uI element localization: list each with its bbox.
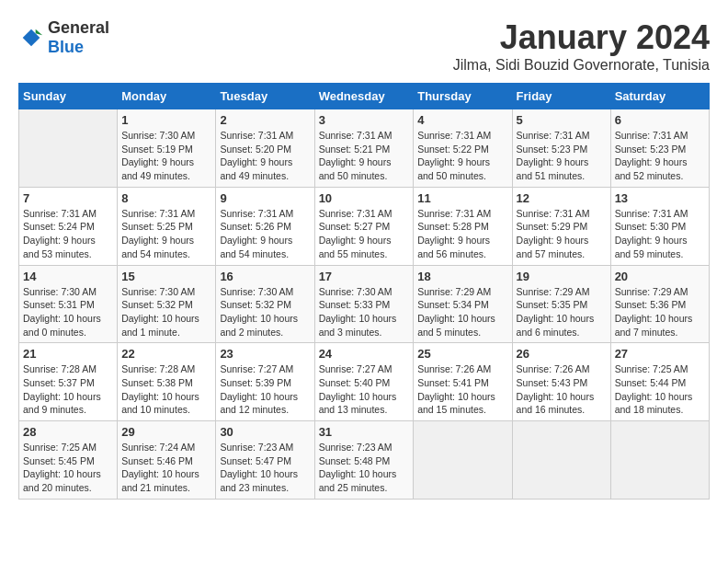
day-number: 14 [23,270,113,283]
calendar-cell: 2Sunrise: 7:31 AMSunset: 5:20 PMDaylight… [216,109,314,188]
calendar-cell: 6Sunrise: 7:31 AMSunset: 5:23 PMDaylight… [610,109,709,188]
calendar-week-row: 1Sunrise: 7:30 AMSunset: 5:19 PMDaylight… [19,109,710,188]
day-info: Sunrise: 7:26 AMSunset: 5:41 PMDaylight:… [417,362,507,417]
calendar-cell: 4Sunrise: 7:31 AMSunset: 5:22 PMDaylight… [414,109,512,188]
day-number: 1 [121,113,211,127]
calendar-week-row: 21Sunrise: 7:28 AMSunset: 5:37 PMDayligh… [19,343,710,421]
day-number: 28 [23,425,113,439]
day-info: Sunrise: 7:28 AMSunset: 5:38 PMDaylight:… [121,362,211,417]
day-of-week-header: Tuesday [216,84,314,109]
day-number: 8 [121,191,211,205]
day-info: Sunrise: 7:31 AMSunset: 5:20 PMDaylight:… [220,129,310,183]
day-of-week-header: Thursday [414,84,512,109]
day-info: Sunrise: 7:31 AMSunset: 5:28 PMDaylight:… [417,207,507,261]
day-of-week-header: Monday [118,84,216,109]
calendar-cell: 22Sunrise: 7:28 AMSunset: 5:38 PMDayligh… [118,343,216,421]
calendar-cell: 10Sunrise: 7:31 AMSunset: 5:27 PMDayligh… [314,187,414,265]
calendar-cell: 1Sunrise: 7:30 AMSunset: 5:19 PMDaylight… [118,109,216,188]
day-number: 12 [517,191,607,205]
day-info: Sunrise: 7:31 AMSunset: 5:21 PMDaylight:… [319,129,410,183]
day-of-week-header: Saturday [610,84,709,109]
day-info: Sunrise: 7:30 AMSunset: 5:33 PMDaylight:… [319,285,410,339]
calendar-cell: 30Sunrise: 7:23 AMSunset: 5:47 PMDayligh… [216,421,314,500]
calendar-cell: 25Sunrise: 7:26 AMSunset: 5:41 PMDayligh… [414,343,512,421]
calendar-cell [512,421,610,500]
calendar-cell: 7Sunrise: 7:31 AMSunset: 5:24 PMDaylight… [19,187,118,265]
calendar-cell: 23Sunrise: 7:27 AMSunset: 5:39 PMDayligh… [216,343,314,421]
day-number: 23 [220,347,310,361]
day-info: Sunrise: 7:29 AMSunset: 5:34 PMDaylight:… [417,285,507,339]
calendar-cell: 3Sunrise: 7:31 AMSunset: 5:21 PMDaylight… [314,109,414,188]
day-number: 29 [121,425,211,439]
day-info: Sunrise: 7:31 AMSunset: 5:23 PMDaylight:… [517,129,607,183]
day-number: 2 [220,113,310,127]
calendar-cell: 28Sunrise: 7:25 AMSunset: 5:45 PMDayligh… [19,421,118,500]
day-number: 9 [220,191,310,205]
day-info: Sunrise: 7:31 AMSunset: 5:23 PMDaylight:… [615,129,705,183]
day-info: Sunrise: 7:31 AMSunset: 5:26 PMDaylight:… [220,207,310,261]
logo-icon [18,25,44,51]
day-number: 6 [615,113,705,127]
day-number: 25 [417,347,507,361]
calendar-cell: 17Sunrise: 7:30 AMSunset: 5:33 PMDayligh… [314,265,414,343]
calendar-cell: 19Sunrise: 7:29 AMSunset: 5:35 PMDayligh… [512,265,610,343]
day-number: 17 [319,270,410,283]
day-info: Sunrise: 7:28 AMSunset: 5:37 PMDaylight:… [23,362,113,417]
day-info: Sunrise: 7:30 AMSunset: 5:32 PMDaylight:… [121,285,211,339]
calendar-cell: 31Sunrise: 7:23 AMSunset: 5:48 PMDayligh… [314,421,414,500]
day-info: Sunrise: 7:31 AMSunset: 5:29 PMDaylight:… [517,207,607,261]
day-number: 15 [121,270,211,283]
calendar-cell: 21Sunrise: 7:28 AMSunset: 5:37 PMDayligh… [19,343,118,421]
day-info: Sunrise: 7:31 AMSunset: 5:27 PMDaylight:… [319,207,410,261]
day-number: 13 [615,191,705,205]
day-info: Sunrise: 7:31 AMSunset: 5:25 PMDaylight:… [121,207,211,261]
day-info: Sunrise: 7:24 AMSunset: 5:46 PMDaylight:… [121,441,211,495]
calendar-cell: 8Sunrise: 7:31 AMSunset: 5:25 PMDaylight… [118,187,216,265]
calendar-cell: 11Sunrise: 7:31 AMSunset: 5:28 PMDayligh… [414,187,512,265]
calendar-cell: 24Sunrise: 7:27 AMSunset: 5:40 PMDayligh… [314,343,414,421]
calendar-cell: 16Sunrise: 7:30 AMSunset: 5:32 PMDayligh… [216,265,314,343]
day-number: 21 [23,347,113,361]
day-number: 7 [23,191,113,205]
calendar-cell [414,421,512,500]
day-info: Sunrise: 7:31 AMSunset: 5:30 PMDaylight:… [615,207,705,261]
calendar-cell: 27Sunrise: 7:25 AMSunset: 5:44 PMDayligh… [610,343,709,421]
day-of-week-header: Sunday [19,84,118,109]
day-number: 3 [319,113,410,127]
day-info: Sunrise: 7:31 AMSunset: 5:22 PMDaylight:… [417,129,507,183]
logo-blue: Blue [48,38,84,56]
day-info: Sunrise: 7:25 AMSunset: 5:45 PMDaylight:… [23,441,113,495]
day-number: 5 [517,113,607,127]
day-number: 20 [615,270,705,283]
day-number: 19 [517,270,607,283]
calendar-cell: 18Sunrise: 7:29 AMSunset: 5:34 PMDayligh… [414,265,512,343]
calendar-cell: 13Sunrise: 7:31 AMSunset: 5:30 PMDayligh… [610,187,709,265]
calendar-week-row: 7Sunrise: 7:31 AMSunset: 5:24 PMDaylight… [19,187,710,265]
logo-general: General [48,18,109,37]
calendar-cell: 26Sunrise: 7:26 AMSunset: 5:43 PMDayligh… [512,343,610,421]
day-info: Sunrise: 7:29 AMSunset: 5:35 PMDaylight:… [517,285,607,339]
calendar-cell: 14Sunrise: 7:30 AMSunset: 5:31 PMDayligh… [19,265,118,343]
day-info: Sunrise: 7:27 AMSunset: 5:40 PMDaylight:… [319,362,410,417]
calendar-title: January 2024 [453,18,710,57]
calendar-week-row: 28Sunrise: 7:25 AMSunset: 5:45 PMDayligh… [19,421,710,500]
title-block: January 2024 Jilma, Sidi Bouzid Governor… [453,18,710,74]
day-number: 30 [220,425,310,439]
calendar-header-row: SundayMondayTuesdayWednesdayThursdayFrid… [19,84,710,109]
day-info: Sunrise: 7:30 AMSunset: 5:19 PMDaylight:… [121,129,211,183]
calendar-cell: 5Sunrise: 7:31 AMSunset: 5:23 PMDaylight… [512,109,610,188]
day-of-week-header: Friday [512,84,610,109]
day-number: 10 [319,191,410,205]
calendar-cell [610,421,709,500]
day-number: 27 [615,347,705,361]
day-number: 18 [417,270,507,283]
calendar-subtitle: Jilma, Sidi Bouzid Governorate, Tunisia [453,57,710,74]
calendar-cell: 29Sunrise: 7:24 AMSunset: 5:46 PMDayligh… [118,421,216,500]
day-info: Sunrise: 7:30 AMSunset: 5:32 PMDaylight:… [220,285,310,339]
day-info: Sunrise: 7:27 AMSunset: 5:39 PMDaylight:… [220,362,310,417]
day-number: 11 [417,191,507,205]
day-info: Sunrise: 7:31 AMSunset: 5:24 PMDaylight:… [23,207,113,261]
calendar-table: SundayMondayTuesdayWednesdayThursdayFrid… [18,83,710,500]
day-number: 31 [319,425,410,439]
day-number: 22 [121,347,211,361]
